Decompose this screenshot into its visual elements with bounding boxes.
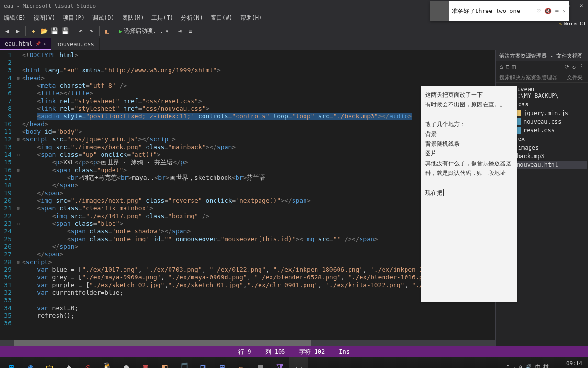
menu-编辑(E)[interactable]: 编辑(E) — [0, 13, 30, 23]
search-explorer[interactable]: 搜索解决方案资源管理器 - 文件夹 — [496, 72, 588, 83]
menu-分析(N)[interactable]: 分析(N) — [177, 13, 207, 23]
task-explorer[interactable]: 🗀 — [40, 357, 59, 368]
close-icon[interactable]: ✕ — [44, 41, 46, 46]
task-netease[interactable]: ◎ — [79, 357, 98, 368]
redo-button[interactable]: ↷ — [87, 27, 96, 35]
app-title: eau - Microsoft Visual Studio — [4, 3, 96, 9]
clock[interactable]: 09:14 24/10/202 — [554, 360, 582, 368]
editor[interactable]: 1234567891011121314151617181920212223242… — [0, 50, 495, 346]
task-app2[interactable]: ◧ — [155, 357, 174, 368]
hscrollbar[interactable] — [0, 340, 495, 346]
run-button[interactable]: ▶ 选择启动项... ▾ — [119, 27, 169, 35]
filter-icon[interactable]: ⋮ — [578, 63, 584, 70]
menu-团队(M)[interactable]: 团队(M) — [118, 13, 148, 23]
album-art — [430, 1, 449, 21]
list-icon[interactable]: ≡ — [555, 8, 559, 14]
task-app4[interactable]: ◪ — [193, 357, 213, 368]
panel-title: 解决方案资源管理器 - 文件夹视图 — [496, 50, 588, 61]
text-cursor — [443, 189, 444, 196]
status-mode: Ins — [339, 348, 350, 355]
taskbar: ⊞ ◉ 🗀 ◆ ◎ 🐧 ◓ ▣ ◧ 🎵 ◪ ⊞ ✏ ▦ ⧩ ▭ ^ ☁ ⚙ 🔊 … — [0, 357, 588, 368]
save-button[interactable]: 💾 — [50, 27, 59, 35]
menu-调试(D)[interactable]: 调试(D) — [89, 13, 118, 23]
task-app1[interactable]: ▣ — [136, 357, 155, 368]
task-app7[interactable]: ▦ — [251, 357, 270, 368]
sticky-note[interactable]: 这两天把页面改了一下 有时候会不出图，原因在查。。 改了几个地方： 背景 背景随… — [421, 86, 517, 302]
menu-窗口(W)[interactable]: 窗口(W) — [207, 13, 237, 23]
task-edge[interactable]: ◉ — [21, 357, 40, 368]
status-char: 字符 102 — [299, 348, 325, 356]
panel-toolbar: ⌂ ⊟ ◫ ⟳ ↻ ⋮ — [496, 61, 588, 72]
separator — [25, 26, 26, 36]
task-note[interactable]: ▭ — [289, 357, 308, 368]
step-button[interactable]: ⇥ — [176, 27, 184, 35]
close-button[interactable]: ✕ — [575, 0, 588, 11]
separator — [172, 26, 172, 36]
home-icon[interactable]: ⌂ — [499, 63, 503, 70]
open-button[interactable]: 📂 — [40, 27, 48, 35]
menu-工具(T)[interactable]: 工具(T) — [147, 13, 177, 23]
new-file-button[interactable]: ✚ — [29, 27, 38, 35]
menu-视图(V)[interactable]: 视图(V) — [30, 13, 59, 23]
pin-icon[interactable]: 📌 — [35, 41, 41, 46]
list-button[interactable]: ≡ — [186, 27, 195, 35]
undo-button[interactable]: ↶ — [77, 27, 85, 35]
forward-button[interactable]: ▶ — [13, 27, 22, 35]
dropdown-icon: ▾ — [165, 28, 169, 34]
tab-eau-html[interactable]: eau.html 📌 ✕ — [0, 38, 51, 50]
tray-icons[interactable]: ^ ☁ ⚙ 🔊 中 拼 — [506, 363, 549, 368]
tab-bar: eau.html 📌 ✕ nouveau.css — [0, 38, 588, 50]
task-app5[interactable]: ⊞ — [213, 357, 232, 368]
task-unity[interactable]: ◆ — [59, 357, 79, 368]
separator — [73, 26, 73, 36]
refresh-icon[interactable]: ↻ — [572, 63, 576, 70]
config-button[interactable]: ◧ — [103, 27, 112, 35]
menu-项目(P)[interactable]: 项目(P) — [59, 13, 89, 23]
nav-icon[interactable]: ◫ — [512, 63, 515, 70]
menu-帮助(H)[interactable]: 帮助(H) — [237, 13, 266, 23]
warning-icon: ⚠ — [558, 20, 562, 27]
task-obs[interactable]: ◓ — [117, 357, 136, 368]
sync-icon[interactable]: ⟳ — [565, 63, 569, 70]
start-button[interactable]: ⊞ — [2, 357, 21, 368]
close-icon[interactable]: ✕ — [563, 8, 566, 14]
tab-nouveau-css[interactable]: nouveau.css — [51, 38, 99, 50]
track-title: 准备好了three two one — [449, 7, 537, 15]
line-numbers: 1234567891011121314151617181920212223242… — [0, 50, 14, 346]
task-qq[interactable]: 🐧 — [98, 357, 117, 368]
scroll-thumb[interactable] — [14, 340, 311, 346]
play-icon: ▶ — [119, 28, 122, 34]
separator — [99, 26, 100, 36]
collapse-icon[interactable]: ⊟ — [506, 63, 509, 70]
task-app6[interactable]: ✏ — [232, 357, 251, 368]
status-col: 列 105 — [265, 348, 285, 356]
task-app3[interactable]: 🎵 — [174, 357, 193, 368]
separator — [115, 26, 115, 36]
task-vs[interactable]: ⧩ — [270, 357, 289, 368]
user-badge[interactable]: ⚠ Nora Cl — [558, 20, 586, 27]
status-bar: 行 9 列 105 字符 102 Ins — [0, 346, 588, 357]
status-line: 行 9 — [238, 348, 251, 356]
toolbar: ◀ ▶ ✚ 📂 💾 💾 ↶ ↷ ◧ ▶ 选择启动项... ▾ ⇥ ≡ — [0, 24, 588, 38]
mute-icon[interactable]: 🔇 — [544, 8, 552, 14]
like-icon[interactable]: ♡ — [537, 8, 540, 14]
music-notification[interactable]: 准备好了three two one ♡ 🔇 ≡ ✕ — [430, 1, 569, 21]
save-all-button[interactable]: 💾 — [61, 27, 69, 35]
back-button[interactable]: ◀ — [3, 27, 11, 35]
fold-column[interactable]: ⊟⊟⊟⊟⊟⊟⊟ — [14, 50, 22, 346]
